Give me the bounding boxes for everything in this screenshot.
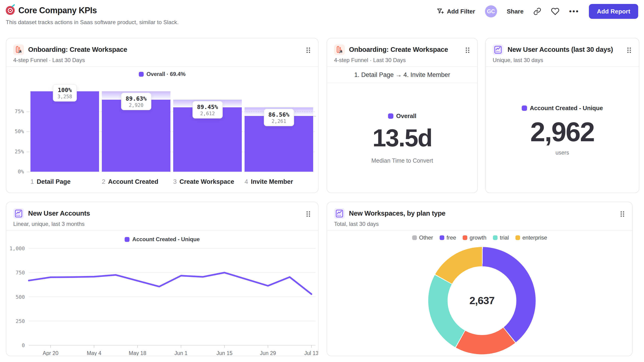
funnel-step-range[interactable]: 1. Detail Page → 4. Invite Member bbox=[327, 67, 477, 83]
metric-legend: Account Created - Unique bbox=[486, 105, 639, 112]
ttc-legend: Overall bbox=[327, 112, 477, 120]
add-filter-button[interactable]: Add Filter bbox=[436, 8, 475, 15]
y-axis-tick bbox=[27, 172, 30, 172]
legend-swatch bbox=[463, 235, 467, 240]
favorite-button[interactable] bbox=[551, 7, 559, 15]
donut-legend: Otherfreegrowthtrialenterprise bbox=[327, 234, 632, 241]
copy-link-button[interactable] bbox=[533, 7, 541, 15]
card-subtitle: Total, last 30 days bbox=[334, 221, 379, 227]
legend-item[interactable]: growth bbox=[463, 234, 486, 241]
x-axis-label: May 18 bbox=[129, 350, 146, 356]
ellipsis-icon: ••• bbox=[569, 7, 579, 15]
page-subtitle: This dataset tracks actions in Saas soft… bbox=[6, 19, 638, 25]
legend-swatch bbox=[440, 235, 444, 240]
legend-swatch bbox=[388, 113, 393, 119]
funnel-bar-tooltip: 86.56%2,261 bbox=[264, 109, 294, 126]
legend-label: growth bbox=[470, 234, 486, 241]
link-icon bbox=[533, 7, 541, 15]
legend-item[interactable]: free bbox=[440, 234, 456, 241]
card-subtitle: 4-step Funnel · Last 30 Days bbox=[334, 57, 406, 63]
conversion-percent-label: 86.56% bbox=[268, 111, 289, 118]
funnel-step-label[interactable]: 1Detail Page bbox=[30, 178, 71, 185]
conversion-percent-label: 89.63% bbox=[126, 95, 146, 102]
y-axis-label: 0 bbox=[22, 343, 25, 348]
donut-chart[interactable]: 2,637 bbox=[428, 247, 536, 354]
y-axis-label: 75% bbox=[8, 108, 24, 114]
legend-label: trial bbox=[500, 234, 509, 241]
median-time-caption: Median Time to Convert bbox=[327, 157, 477, 164]
x-axis-label: Jun 29 bbox=[260, 350, 276, 356]
funnel-bar-tooltip: 89.63%2,920 bbox=[121, 93, 151, 110]
y-axis-label: 25% bbox=[8, 149, 24, 154]
drag-handle-icon[interactable] bbox=[465, 47, 470, 55]
legend-swatch bbox=[412, 235, 417, 240]
legend-swatch bbox=[493, 235, 498, 240]
card-title: New Workspaces, by plan type bbox=[349, 210, 446, 217]
y-axis-label: 50% bbox=[8, 128, 24, 134]
x-axis-label: May 4 bbox=[87, 350, 101, 356]
step-number: 3 bbox=[173, 178, 177, 185]
toolbar: Add Filter GC Share ••• Add Report bbox=[436, 3, 638, 19]
funnel-report-icon bbox=[334, 44, 345, 55]
drag-handle-icon[interactable] bbox=[620, 211, 625, 218]
conversion-percent-label: 89.45% bbox=[197, 104, 218, 110]
drag-handle-icon[interactable] bbox=[627, 47, 632, 55]
card-header: Onboarding: Create Workspace 4-step Funn… bbox=[327, 38, 477, 67]
count-label: 2,920 bbox=[126, 102, 146, 108]
step-name: Account Created bbox=[108, 178, 158, 185]
step-name: Invite Member bbox=[251, 178, 293, 185]
share-button[interactable]: Share bbox=[507, 8, 524, 15]
legend-item[interactable]: trial bbox=[493, 234, 509, 241]
avatar-initials: GC bbox=[487, 8, 495, 15]
card-onboarding-funnel: Onboarding: Create Workspace 4-step Funn… bbox=[6, 38, 318, 193]
legend-item[interactable]: enterprise bbox=[516, 234, 547, 241]
funnel-bar-tooltip: 89.45%2,612 bbox=[192, 101, 222, 118]
add-filter-label: Add Filter bbox=[447, 8, 475, 15]
add-report-button[interactable]: Add Report bbox=[589, 4, 638, 19]
funnel-bar-tooltip: 100%3,258 bbox=[53, 84, 77, 101]
card-title: New User Accounts (last 30 days) bbox=[508, 46, 613, 53]
more-options-button[interactable]: ••• bbox=[569, 7, 579, 15]
card-time-to-convert: Onboarding: Create Workspace 4-step Funn… bbox=[327, 38, 478, 193]
funnel-bar[interactable] bbox=[102, 100, 170, 172]
metric-value: 2,962 bbox=[486, 116, 639, 148]
target-emoji-icon bbox=[6, 6, 15, 15]
card-title: Onboarding: Create Workspace bbox=[349, 46, 448, 53]
legend-label: Other bbox=[419, 234, 433, 241]
y-axis-label: 1,000 bbox=[10, 246, 25, 251]
heart-icon bbox=[551, 7, 559, 15]
legend-item[interactable]: Other bbox=[412, 234, 433, 241]
x-axis-label: Jun 1 bbox=[174, 350, 188, 356]
median-time-value: 13.5d bbox=[327, 124, 477, 152]
step-number: 4 bbox=[244, 178, 248, 185]
step-number: 1 bbox=[30, 178, 34, 185]
step-name: Create Workspace bbox=[180, 178, 234, 185]
y-axis-tick bbox=[27, 111, 30, 112]
line-series[interactable] bbox=[29, 273, 312, 294]
funnel-step-label[interactable]: 3Create Workspace bbox=[173, 178, 234, 185]
funnel-bar[interactable] bbox=[30, 91, 99, 172]
legend-swatch bbox=[516, 235, 520, 240]
legend-label: Overall bbox=[396, 112, 416, 120]
count-label: 3,258 bbox=[58, 94, 72, 99]
donut-center-value: 2,637 bbox=[470, 295, 494, 307]
funnel-step-label[interactable]: 4Invite Member bbox=[244, 178, 293, 185]
funnel-chart[interactable]: 0%25%50%75%100%3,2581Detail Page89.63%2,… bbox=[6, 38, 318, 193]
legend-label: enterprise bbox=[522, 234, 547, 241]
page-title: Core Company KPIs bbox=[18, 5, 97, 15]
insights-report-icon bbox=[334, 208, 345, 219]
avatar[interactable]: GC bbox=[485, 5, 497, 17]
y-axis-label: 750 bbox=[16, 270, 25, 276]
legend-swatch bbox=[522, 105, 527, 111]
card-new-user-accounts-30d: New User Accounts (last 30 days) Unique,… bbox=[485, 38, 639, 193]
line-chart[interactable]: 02505007501,000Apr 20May 4May 18Jun 1Jun… bbox=[6, 202, 318, 356]
step-number: 2 bbox=[102, 178, 105, 185]
y-axis-label: 0% bbox=[8, 169, 24, 174]
count-label: 2,612 bbox=[197, 111, 218, 116]
metric-caption: users bbox=[486, 149, 639, 156]
legend-label: free bbox=[446, 234, 456, 241]
step-name: Detail Page bbox=[37, 178, 71, 185]
y-axis-tick bbox=[27, 152, 30, 152]
donut-hole: 2,637 bbox=[448, 266, 516, 335]
funnel-step-label[interactable]: 2Account Created bbox=[102, 178, 158, 185]
